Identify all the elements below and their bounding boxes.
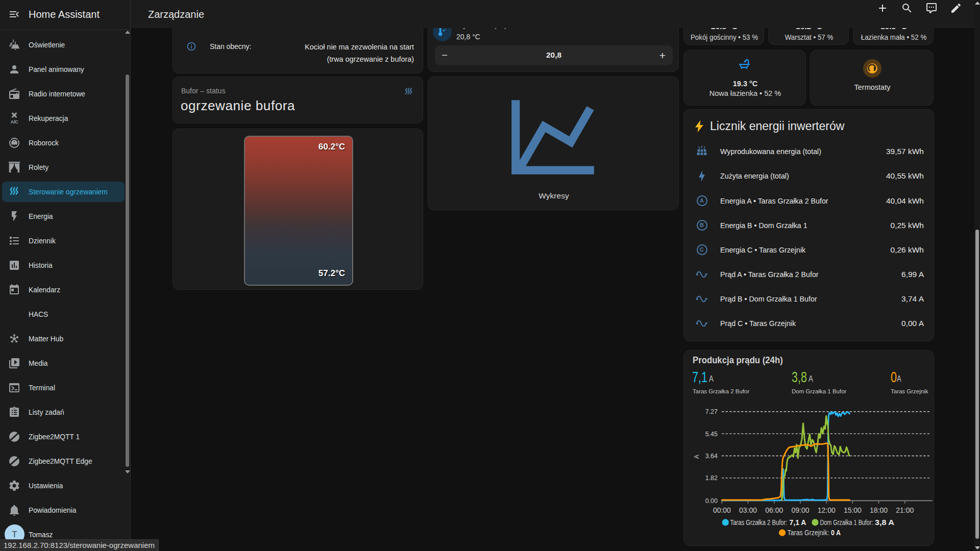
svg-text:5.45: 5.45 — [705, 431, 718, 438]
svg-text:Taras Grzejnik:: Taras Grzejnik: — [788, 529, 829, 537]
svg-text:18:00: 18:00 — [870, 506, 888, 514]
svg-text:7.27: 7.27 — [705, 408, 718, 415]
svg-text:12:00: 12:00 — [818, 506, 836, 514]
svg-text:A: A — [693, 454, 700, 459]
svg-text:7,1 A: 7,1 A — [790, 518, 807, 527]
svg-text:15:00: 15:00 — [844, 506, 862, 514]
svg-text:09:00: 09:00 — [791, 506, 809, 514]
svg-text:3,8 A: 3,8 A — [875, 518, 895, 527]
svg-text:0 A: 0 A — [831, 529, 841, 537]
svg-text:Dom Grzałka 1 Bufor:: Dom Grzałka 1 Bufor: — [820, 518, 873, 527]
svg-text:1.82: 1.82 — [705, 474, 718, 482]
svg-text:03:00: 03:00 — [739, 506, 757, 514]
svg-text:21:00: 21:00 — [896, 506, 914, 514]
svg-text:0.00: 0.00 — [705, 497, 718, 505]
svg-text:06:00: 06:00 — [765, 506, 783, 514]
svg-text:00:00: 00:00 — [713, 506, 731, 514]
svg-text:3.64: 3.64 — [705, 453, 718, 460]
svg-text:Taras Grzałka 2 Bufor:: Taras Grzałka 2 Bufor: — [730, 518, 788, 527]
svg-text:A/C: A/C — [11, 119, 19, 124]
